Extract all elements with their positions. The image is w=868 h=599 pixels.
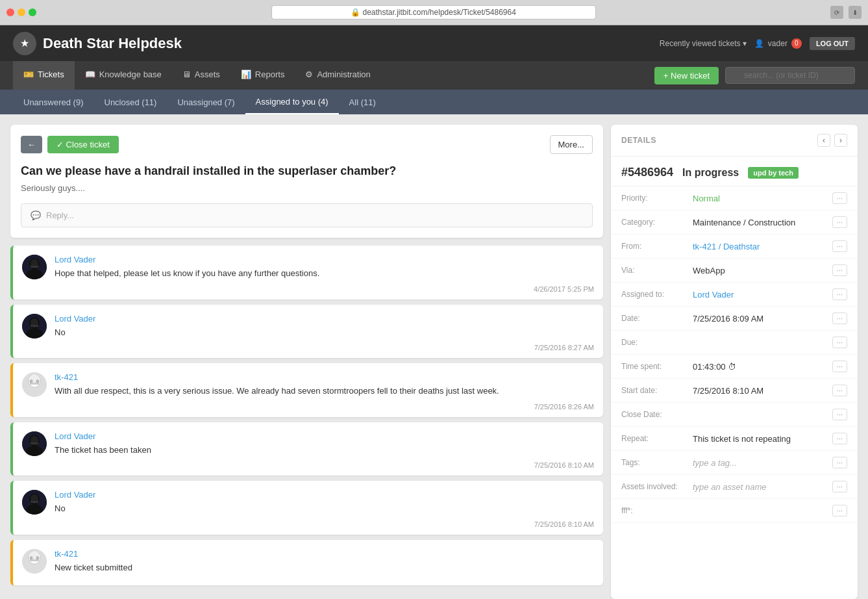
close-ticket-button[interactable]: ✓ Close ticket (47, 136, 119, 153)
detail-dots-category[interactable]: ··· (832, 216, 847, 228)
logout-button[interactable]: LOG OUT (810, 37, 855, 50)
detail-label-assigned-to: Assigned to: (621, 290, 693, 299)
comment-author[interactable]: Lord Vader (55, 490, 594, 500)
assets-icon: 🖥 (182, 70, 191, 79)
ticket-title: Can we please have a handrail installed … (21, 164, 593, 178)
detail-label-from: From: (621, 242, 693, 251)
detail-value-from[interactable]: tk-421 / Deathstar (693, 242, 827, 251)
nav-right: + New ticket 🔍 (654, 67, 855, 84)
detail-dots-due[interactable]: ··· (832, 337, 847, 348)
detail-dots-fff[interactable]: ··· (832, 505, 847, 516)
detail-value-tags[interactable]: type a tag... (693, 458, 827, 468)
comment-text: New ticket submitted (55, 561, 594, 574)
comment-item: tk-421 New ticket submitted (10, 540, 603, 586)
comment-text: With all due respect, this is a very ser… (55, 385, 594, 398)
sub-nav-assigned-to-you[interactable]: Assigned to you (4) (245, 90, 339, 114)
comment-author[interactable]: tk-421 (55, 372, 594, 382)
details-panel: DETAILS ‹ › #5486964 In progress upd by … (611, 125, 858, 599)
username: vader (768, 39, 787, 48)
detail-row-repeat: Repeat: This ticket is not repeating ··· (611, 427, 858, 451)
detail-dots-close-date[interactable]: ··· (832, 409, 847, 420)
detail-value-assigned-to[interactable]: Lord Vader (693, 290, 827, 300)
detail-dots-tags[interactable]: ··· (832, 457, 847, 468)
detail-row-start-date: Start date: 7/25/2016 8:10 AM ··· (611, 379, 858, 403)
ticket-area: ← ✓ Close ticket More... Can we please h… (10, 125, 603, 599)
more-button[interactable]: More... (550, 135, 593, 154)
user-info: 👤 vader 0 (754, 38, 802, 49)
comment-author[interactable]: tk-421 (55, 549, 594, 559)
recently-viewed-link[interactable]: Recently viewed tickets ▾ (660, 39, 747, 48)
detail-value-category: Maintenance / Construction (693, 218, 827, 227)
details-title: DETAILS (621, 136, 656, 145)
reports-icon: 📊 (241, 70, 251, 79)
maximize-window-button[interactable] (29, 8, 36, 16)
tickets-icon: 🎫 (23, 70, 34, 79)
detail-value-time-spent: 01:43:00 ⏱ (693, 362, 827, 372)
reply-box[interactable]: 💬 Reply... (21, 203, 593, 227)
comment-author[interactable]: Lord Vader (55, 431, 594, 441)
details-next-button[interactable]: › (834, 134, 847, 147)
nav-item-knowledge-base[interactable]: 📖 Knowledge base (75, 61, 172, 90)
detail-value-priority: Normal (693, 194, 827, 203)
url-text: deathstar.jitbit.com/helpdesk/Ticket/548… (362, 8, 515, 17)
notification-badge: 0 (791, 38, 802, 49)
detail-dots-repeat[interactable]: ··· (832, 433, 847, 444)
ticket-status: In progress (682, 167, 739, 179)
detail-dots-date[interactable]: ··· (832, 312, 847, 324)
search-input[interactable] (725, 67, 855, 84)
comment-author[interactable]: Lord Vader (55, 255, 594, 264)
svg-rect-4 (31, 266, 38, 268)
comment-text: Hope that helped, please let us know if … (55, 267, 594, 280)
detail-value-assets[interactable]: type an asset name (693, 482, 827, 492)
comment-author[interactable]: Lord Vader (55, 314, 594, 324)
sub-nav: Unanswered (9) Unclosed (11) Unassigned … (0, 90, 868, 114)
brand-name: Death Star Helpdesk (43, 35, 182, 52)
comment-body: Lord Vader The ticket has been taken 7/2… (55, 431, 594, 470)
nav-label-administration: Administration (317, 70, 370, 79)
comment-body: Lord Vader Hope that helped, please let … (55, 255, 594, 293)
nav-item-assets[interactable]: 🖥 Assets (172, 61, 230, 90)
detail-row-priority: Priority: Normal ··· (611, 186, 858, 210)
nav-item-reports[interactable]: 📊 Reports (230, 61, 295, 90)
minimize-window-button[interactable] (18, 8, 25, 16)
ticket-actions-card: ← ✓ Close ticket More... Can we please h… (10, 125, 603, 238)
traffic-lights (6, 8, 36, 16)
sub-nav-unassigned[interactable]: Unassigned (7) (167, 90, 245, 114)
details-prev-button[interactable]: ‹ (817, 134, 830, 147)
detail-row-tags: Tags: type a tag... ··· (611, 451, 858, 475)
back-button[interactable]: ← (21, 136, 42, 153)
sub-nav-unanswered[interactable]: Unanswered (9) (13, 90, 94, 114)
detail-row-date: Date: 7/25/2016 8:09 AM ··· (611, 307, 858, 331)
reload-button[interactable]: ⟳ (830, 6, 843, 19)
comment-body: tk-421 New ticket submitted (55, 549, 594, 580)
detail-label-start-date: Start date: (621, 386, 693, 395)
detail-dots-assets[interactable]: ··· (832, 481, 847, 492)
detail-value-via: WebApp (693, 266, 827, 275)
detail-dots-time-spent[interactable]: ··· (832, 361, 847, 372)
address-bar[interactable]: 🔒 deathstar.jitbit.com/helpdesk/Ticket/5… (271, 5, 596, 19)
download-button[interactable]: ⬇ (849, 6, 862, 19)
sub-nav-unclosed[interactable]: Unclosed (11) (94, 90, 167, 114)
reply-placeholder: Reply... (46, 210, 74, 220)
nav-item-tickets[interactable]: 🎫 Tickets (13, 61, 75, 90)
detail-dots-from[interactable]: ··· (832, 240, 847, 252)
nav-item-administration[interactable]: ⚙ Administration (295, 61, 380, 90)
close-window-button[interactable] (6, 8, 14, 16)
browser-actions: ⟳ ⬇ (830, 6, 862, 19)
ticket-action-btns: ← ✓ Close ticket More... (21, 135, 593, 154)
header-right: Recently viewed tickets ▾ 👤 vader 0 LOG … (660, 37, 855, 50)
detail-dots-via[interactable]: ··· (832, 264, 847, 276)
detail-dots-assigned-to[interactable]: ··· (832, 288, 847, 300)
comment-time: 7/25/2016 8:10 AM (55, 461, 594, 469)
top-header: ★ Death Star Helpdesk Recently viewed ti… (0, 25, 868, 61)
detail-dots-priority[interactable]: ··· (832, 192, 847, 204)
svg-point-15 (36, 379, 40, 383)
sub-nav-all[interactable]: All (11) (339, 90, 386, 114)
nav-label-reports: Reports (255, 70, 285, 79)
avatar (22, 314, 47, 338)
new-ticket-button[interactable]: + New ticket (654, 67, 719, 84)
svg-point-30 (30, 556, 33, 560)
svg-point-31 (36, 556, 40, 560)
app: ★ Death Star Helpdesk Recently viewed ti… (0, 25, 868, 599)
detail-dots-start-date[interactable]: ··· (832, 385, 847, 396)
